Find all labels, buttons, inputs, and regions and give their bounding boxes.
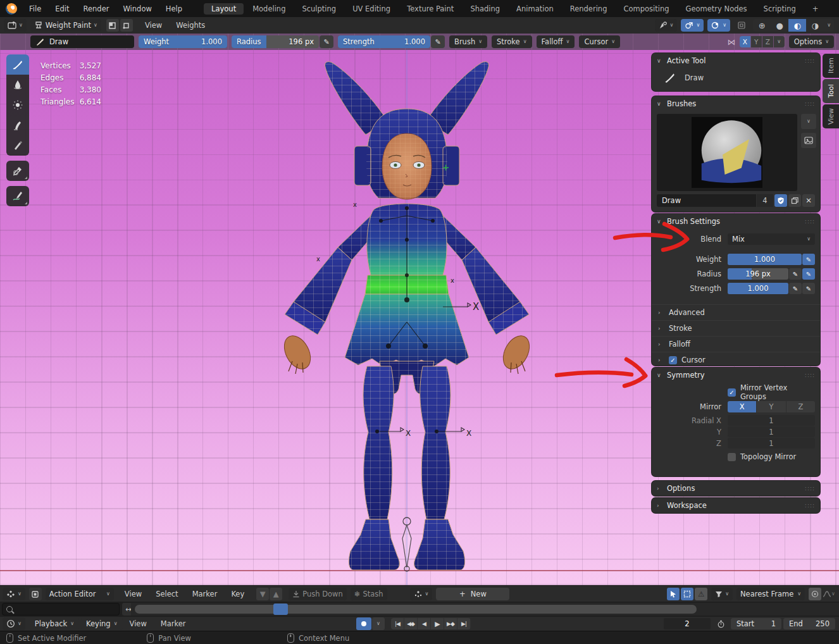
keying-set-button[interactable]: ∨ — [410, 588, 433, 600]
mode-dropdown[interactable]: Weight Paint ∨ — [30, 19, 101, 32]
tool-average-button[interactable] — [6, 95, 29, 115]
dopesheet-menu-key[interactable]: Key — [224, 590, 251, 598]
mirror-y-toggle[interactable]: Y — [751, 36, 762, 47]
subpanel-cursor[interactable]: › ✓ Cursor — [652, 352, 820, 368]
menu-file[interactable]: File — [22, 4, 48, 13]
unified-weight-button[interactable]: ✎ — [802, 254, 815, 265]
menu-window[interactable]: Window — [116, 4, 158, 13]
radial-x-field[interactable]: 1 — [728, 415, 815, 426]
panel-grip-icon[interactable]: :::: — [805, 101, 815, 107]
brush-image-button[interactable] — [801, 133, 816, 148]
keying-dropdown[interactable]: Keying∨ — [81, 617, 123, 630]
panel-grip-icon[interactable]: :::: — [805, 58, 815, 64]
add-workspace-button[interactable]: + — [805, 3, 826, 15]
brush-preview[interactable] — [657, 114, 797, 191]
dopesheet-menu-marker[interactable]: Marker — [185, 590, 225, 598]
start-frame-field[interactable]: Start 1 — [731, 618, 781, 629]
brush-dropdown[interactable]: Brush∨ — [449, 35, 487, 48]
prev-keyframe-button[interactable]: ◀◆ — [404, 618, 417, 629]
dopesheet-editor-type-button[interactable]: ∨ — [3, 588, 25, 600]
vertex-mask-toggle[interactable] — [120, 19, 133, 32]
active-tool-field[interactable]: Draw — [30, 35, 134, 48]
current-frame-indicator[interactable] — [273, 604, 288, 615]
panel-options-header[interactable]: › Options :::: — [652, 481, 820, 495]
mirror-more-dropdown[interactable]: ∨ — [774, 36, 785, 47]
timeline-editor-type-button[interactable]: ∨ — [3, 617, 25, 630]
radius-slider[interactable]: 196 px — [728, 268, 788, 280]
shading-solid-button[interactable]: ● — [771, 19, 788, 32]
workspace-tab-texture-paint[interactable]: Texture Paint — [399, 3, 461, 15]
select-tweak-button[interactable] — [667, 588, 680, 600]
proportional-edit-toggle[interactable] — [809, 588, 821, 600]
show-overlays-toggle[interactable]: ∨ — [681, 19, 704, 32]
stroke-dropdown[interactable]: Stroke∨ — [492, 35, 532, 48]
horizontal-scrollbar[interactable] — [135, 605, 697, 614]
workspace-tab-modeling[interactable]: Modeling — [245, 3, 293, 15]
use-preview-range-button[interactable] — [714, 617, 727, 630]
radial-y-field[interactable]: 1 — [728, 426, 815, 437]
mirror-z-toggle[interactable]: Z — [762, 36, 773, 47]
sidebar-tab-view[interactable]: View — [823, 104, 839, 128]
select-box-button[interactable] — [681, 588, 693, 600]
sidebar-tab-tool[interactable]: Tool — [823, 79, 839, 103]
only-errors-toggle[interactable]: ⚠ — [695, 588, 707, 600]
strength-pressure-button[interactable]: ✎ — [431, 35, 445, 48]
play-button[interactable]: ▶ — [431, 618, 444, 629]
unified-radius-button[interactable]: ✎ — [802, 268, 815, 280]
editor-type-button[interactable]: ∨ — [4, 19, 27, 32]
shading-material-button[interactable]: ◐ — [788, 19, 806, 32]
stash-button[interactable]: ❄ Stash — [351, 588, 387, 600]
viewport-3d[interactable]: XX X xx x Vertices3,527 Edges6,884 Faces… — [0, 50, 839, 585]
cursor-dropdown[interactable]: Cursor∨ — [579, 35, 620, 48]
brush-preview-dropdown[interactable]: ∨ — [801, 114, 816, 129]
mirror-x-button[interactable]: X — [728, 401, 756, 412]
falloff-dropdown[interactable]: Falloff∨ — [537, 35, 575, 48]
blender-logo-icon[interactable] — [6, 3, 17, 15]
mirror-vertex-groups-checkbox[interactable]: ✓ — [728, 388, 736, 397]
menu-weights[interactable]: Weights — [169, 21, 212, 30]
sidebar-tab-item[interactable]: Item — [823, 54, 839, 78]
cursor-checkbox[interactable]: ✓ — [669, 356, 677, 364]
strength-slider[interactable]: 1.000 — [728, 283, 788, 294]
radius-pressure-button[interactable]: ✎ — [320, 35, 333, 48]
jump-to-start-button[interactable]: |◀ — [391, 618, 404, 629]
tool-sample-weight-button[interactable] — [6, 161, 29, 181]
fake-user-shield-button[interactable] — [774, 194, 787, 207]
paint-mask-toggle[interactable] — [106, 19, 119, 32]
tool-smear-button[interactable] — [6, 115, 29, 135]
panel-grip-icon[interactable]: :::: — [805, 502, 815, 509]
subpanel-stroke[interactable]: ›Stroke — [652, 320, 820, 336]
shading-wireframe-button[interactable]: ⊕ — [753, 19, 771, 32]
dopesheet-menu-view[interactable]: View — [118, 590, 149, 598]
radial-z-field[interactable]: 1 — [728, 438, 815, 449]
snap-dropdown[interactable]: Nearest Frame ∨ — [736, 588, 805, 600]
mirror-z-button[interactable]: Z — [786, 401, 815, 412]
dopesheet-scroll-track[interactable] — [131, 603, 839, 616]
shading-rendered-button[interactable]: ◑ — [806, 19, 824, 32]
tool-draw-button[interactable] — [6, 54, 29, 75]
filter-dropdown[interactable]: ∨ — [711, 588, 733, 600]
blend-mode-dropdown[interactable]: Mix ∨ — [728, 233, 815, 245]
menu-render[interactable]: Render — [77, 4, 116, 13]
panel-grip-icon[interactable]: :::: — [805, 218, 815, 225]
show-gizmo-dropdown[interactable]: ∨ — [655, 19, 678, 32]
mirror-y-button[interactable]: Y — [757, 401, 785, 412]
menu-help[interactable]: Help — [159, 4, 189, 13]
unified-strength-button[interactable]: ✎ — [802, 283, 815, 294]
strength-pressure-button[interactable]: ✎ — [789, 283, 802, 294]
weight-slider[interactable]: 1.000 — [728, 254, 802, 265]
tool-annotate-button[interactable] — [6, 186, 29, 206]
workspace-tab-sculpting[interactable]: Sculpting — [294, 3, 344, 15]
current-frame-field[interactable]: 2 — [664, 618, 711, 629]
workspace-tab-shading[interactable]: Shading — [463, 3, 507, 15]
playback-dropdown[interactable]: Playback∨ — [30, 617, 79, 630]
workspace-tab-geometry-nodes[interactable]: Geometry Nodes — [678, 3, 755, 15]
browse-action-down-button[interactable]: ▼ — [256, 588, 269, 600]
push-down-button[interactable]: Push Down — [289, 588, 347, 600]
end-frame-field[interactable]: End 250 — [783, 618, 835, 629]
action-editor-mode-dropdown[interactable]: Action Editor ∨ — [46, 588, 114, 600]
workspace-tab-layout[interactable]: Layout — [204, 3, 244, 15]
subpanel-falloff[interactable]: ›Falloff — [652, 336, 820, 352]
weight-slider[interactable]: Weight 1.000 — [139, 35, 227, 48]
panel-grip-icon[interactable]: :::: — [805, 372, 815, 378]
